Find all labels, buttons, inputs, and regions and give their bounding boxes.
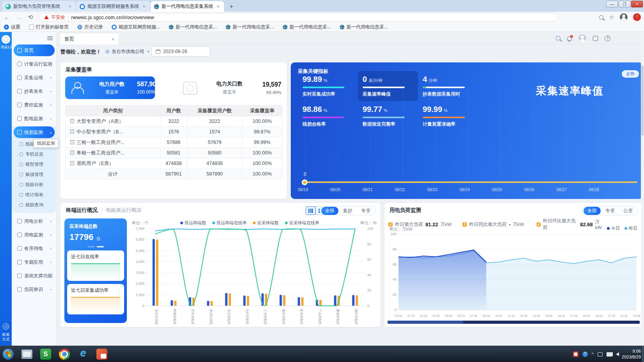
- sidebar-item-抄表发布[interactable]: 抄表发布▾: [14, 85, 55, 97]
- bookmark-star-icon[interactable]: ☆: [609, 14, 614, 20]
- sidebar-subitem-赋值管理[interactable]: 赋值管理: [12, 169, 57, 179]
- tab-terminal-overview[interactable]: 终端运行概况: [66, 207, 98, 214]
- tray-help-icon[interactable]: [582, 351, 588, 357]
- files-icon[interactable]: [20, 348, 34, 361]
- fullscreen-icon[interactable]: [593, 36, 598, 41]
- svg-text:0: 0: [142, 304, 144, 308]
- tab-close-icon[interactable]: ×: [215, 4, 221, 9]
- sidebar-item-采集运维[interactable]: 采集运维▾: [14, 72, 55, 83]
- sidebar-collapse-icon[interactable]: [47, 36, 53, 40]
- close-button[interactable]: ×: [631, 1, 643, 7]
- tab-close-icon[interactable]: ×: [111, 36, 114, 42]
- tab-meter-overview[interactable]: 电能表运行概况: [106, 207, 141, 214]
- app-logo-text: 用采2.0: [1, 45, 12, 50]
- org-selector[interactable]: 东台市供电公司 ▼: [101, 46, 155, 57]
- minimize-button[interactable]: —: [606, 1, 618, 7]
- filter-全部[interactable]: 全部: [584, 207, 601, 215]
- browser-tab[interactable]: 能源互联网营销服务系统×: [76, 1, 150, 12]
- filter-专变[interactable]: 专变: [601, 207, 619, 215]
- filter-专变[interactable]: 专变: [357, 207, 374, 215]
- new-tab-button[interactable]: +: [226, 2, 237, 11]
- submenu-item-label: 赋值管理: [25, 172, 43, 177]
- browser-update-icon[interactable]: [633, 13, 641, 21]
- chevron-down-icon: ▾: [50, 117, 52, 121]
- timeline-date: 08/19: [298, 187, 308, 192]
- sidebar-subitem-模型管理[interactable]: 模型管理: [12, 159, 57, 169]
- page-scrollbar[interactable]: [641, 32, 644, 346]
- date-input[interactable]: 2023-08-28: [151, 46, 210, 57]
- timeline-date: 08/26: [524, 187, 534, 192]
- windows-start-icon[interactable]: [2, 348, 15, 361]
- bookmark-item[interactable]: 新一代用电信息采...: [283, 24, 331, 30]
- sidebar-item-线损监测[interactable]: 线损监测▴: [14, 126, 55, 138]
- chart-view-button[interactable]: [306, 206, 316, 215]
- search-icon[interactable]: [556, 36, 560, 41]
- sidebar-item-计量运行监测[interactable]: 计量运行监测▾: [14, 58, 55, 70]
- bookmark-item[interactable]: 能源互联网营销服...: [112, 24, 160, 30]
- sidebar-item-首页[interactable]: 首页: [14, 44, 55, 56]
- ie-icon[interactable]: [76, 348, 90, 361]
- power-users-card[interactable]: 电力用户数 覆盖率 587,901 100.00%: [65, 76, 155, 99]
- page-tab-home[interactable]: 首页 ×: [60, 34, 118, 44]
- gateway-card[interactable]: 电力关口数 覆盖率 19,597 99.49%: [178, 76, 281, 99]
- sidebar-subitem-专职总览[interactable]: 专职总览: [12, 149, 57, 159]
- bookmark-item[interactable]: 历史记录: [77, 24, 103, 30]
- filter-集抄[interactable]: 集抄: [339, 207, 356, 215]
- help-icon[interactable]: [605, 35, 610, 41]
- address-bar[interactable]: 不安全 | neweic.js.sgcc.com.cn/#/oc/overvie…: [39, 13, 558, 21]
- browser-tab[interactable]: 新型电力负荷管理系统×: [2, 1, 76, 12]
- filter-全部[interactable]: 全部: [321, 207, 338, 215]
- powerpoint-icon[interactable]: [95, 348, 109, 361]
- sidebar-item-有序用电[interactable]: 有序用电▾: [14, 243, 55, 254]
- load-chart: 02040608010000:0001:1502:3003:4505:0006:…: [387, 231, 640, 320]
- online-rate-card[interactable]: 近七日在线率: [67, 250, 124, 281]
- cell-users: 57686: [160, 137, 187, 148]
- globe-icon: [226, 25, 231, 30]
- tray-expand-icon[interactable]: ^: [592, 352, 594, 357]
- tab-close-icon[interactable]: ×: [141, 4, 147, 9]
- bookmark-item[interactable]: 设置: [4, 24, 20, 30]
- tray-red-app-icon[interactable]: [573, 351, 578, 357]
- scrollbar-thumb[interactable]: [641, 66, 644, 136]
- bell-icon[interactable]: [567, 36, 572, 41]
- chrome-icon[interactable]: [58, 348, 71, 361]
- timeline-date: 08/22: [395, 187, 405, 192]
- chart-zoom-slider[interactable]: [388, 321, 640, 324]
- avatar[interactable]: [578, 34, 586, 42]
- timeline-handle[interactable]: [302, 179, 308, 185]
- sidebar-item-专题应用[interactable]: 专题应用▾: [14, 256, 55, 268]
- bookmark-item[interactable]: 打开新的标签页: [29, 24, 69, 30]
- taskbar-clock[interactable]: 9:06 2023/8/29: [622, 348, 641, 360]
- profile-avatar-icon[interactable]: [620, 13, 628, 21]
- success-rate-card[interactable]: 近七日采集成功率: [67, 284, 124, 314]
- forward-button[interactable]: →: [14, 12, 23, 22]
- wps-icon[interactable]: [39, 348, 52, 361]
- sidebar-item-用电分析[interactable]: 用电分析▾: [14, 215, 55, 227]
- bookmark-item[interactable]: 新一代用电信息采...: [340, 24, 388, 30]
- sidebar-item-负荷辨识[interactable]: 负荷辨识▾: [14, 284, 55, 295]
- filter-公变[interactable]: 公变: [619, 207, 637, 215]
- tab-close-icon[interactable]: ×: [67, 4, 73, 9]
- globe-icon: [154, 4, 159, 9]
- sidebar-subitem-统计报表[interactable]: 统计报表: [12, 190, 57, 200]
- tray-volume-icon[interactable]: [616, 352, 619, 356]
- browser-tab[interactable]: 新一代用电信息采集系统×: [151, 1, 224, 12]
- trend-button[interactable]: 走势: [622, 70, 639, 78]
- show-desktop-button[interactable]: [642, 346, 644, 362]
- contact-block[interactable]: 联系 方式: [0, 323, 12, 342]
- sidebar-subitem-线损查询[interactable]: 线损查询: [12, 200, 57, 210]
- maximize-button[interactable]: ❐: [619, 1, 630, 7]
- sidebar-subitem-线损分析[interactable]: 线损分析: [12, 179, 57, 190]
- back-button[interactable]: ←: [2, 12, 12, 22]
- sidebar-item-系统支撑功能[interactable]: 系统支撑功能▾: [14, 270, 55, 282]
- zoom-icon[interactable]: [599, 15, 603, 20]
- sidebar-item-配电监测[interactable]: 配电监测▾: [14, 113, 55, 124]
- carousel-dots[interactable]: [64, 246, 127, 247]
- sidebar-item-用电监测[interactable]: 用电监测▾: [14, 229, 55, 241]
- bookmark-item[interactable]: 新一代用电信息采...: [169, 24, 217, 30]
- tray-ime-icon[interactable]: [598, 352, 603, 357]
- cell-rate: 100.00%: [242, 169, 282, 179]
- sidebar-item-费控监测[interactable]: 费控监测▾: [14, 99, 55, 111]
- refresh-button[interactable]: ⟲: [26, 12, 35, 22]
- bookmark-item[interactable]: 新一代用电信息采...: [226, 24, 274, 30]
